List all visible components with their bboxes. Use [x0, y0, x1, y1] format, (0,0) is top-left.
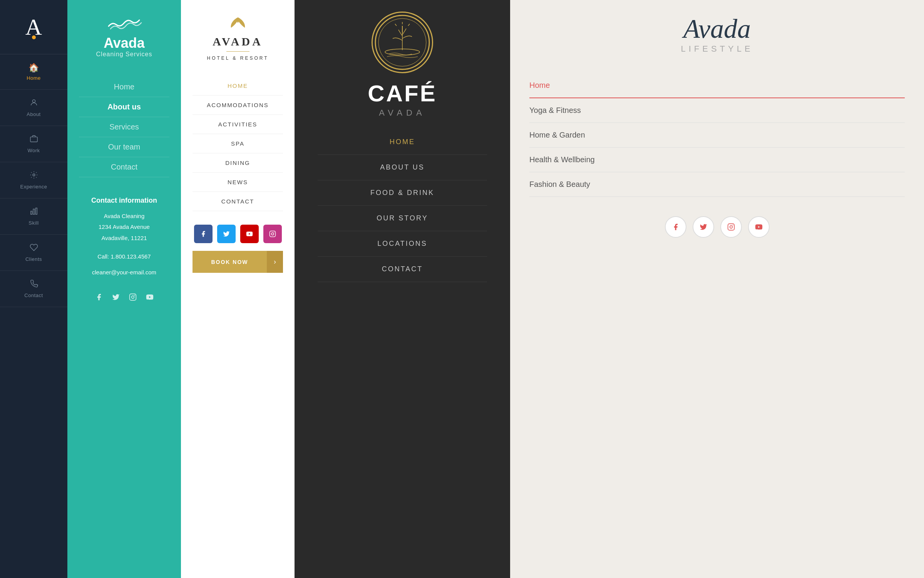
lifestyle-nav-health[interactable]: Health & Wellbeing — [529, 148, 905, 172]
cafe-nav: HOME ABOUT US FOOD & DRINK OUR STORY LOC… — [318, 129, 487, 282]
sidebar-item-clients[interactable]: Clients — [0, 235, 67, 271]
cafe-name-line1: CAFÉ — [368, 81, 437, 106]
hotel-youtube-btn[interactable] — [240, 225, 259, 243]
cafe-nav-home[interactable]: HOME — [318, 129, 487, 155]
facebook-icon[interactable] — [95, 293, 103, 303]
wave-icon — [105, 15, 143, 32]
lifestyle-brand-script: Avada — [681, 15, 753, 42]
svg-point-13 — [274, 232, 275, 233]
hotel-social — [194, 225, 282, 243]
lifestyle-social — [665, 216, 770, 238]
lifestyle-facebook-btn[interactable] — [665, 216, 686, 238]
hotel-panel: AVADA HOTEL & RESORT HOME ACOMMODATIONS … — [181, 0, 295, 578]
contact-icon — [30, 279, 38, 290]
hotel-facebook-btn[interactable] — [194, 225, 213, 243]
svg-point-2 — [33, 174, 35, 176]
hotel-twitter-btn[interactable] — [217, 225, 236, 243]
about-icon — [30, 98, 38, 109]
clients-icon — [30, 243, 38, 254]
sidebar-item-label: Experience — [20, 184, 47, 190]
svg-point-0 — [32, 100, 35, 102]
svg-point-8 — [134, 295, 135, 296]
cleaning-nav-about[interactable]: About us — [79, 97, 169, 117]
svg-point-12 — [271, 233, 274, 235]
cleaning-nav-contact[interactable]: Contact — [79, 157, 169, 177]
cleaning-panel: Avada Cleaning Services Home About us Se… — [67, 0, 181, 578]
svg-rect-6 — [129, 294, 136, 301]
svg-rect-3 — [30, 211, 32, 214]
cafe-nav-locations[interactable]: LOCATIONS — [318, 231, 487, 257]
svg-point-7 — [131, 296, 134, 299]
skill-icon — [30, 207, 38, 218]
lifestyle-nav-fashion[interactable]: Fashion & Beauty — [529, 172, 905, 197]
cafe-nav-food[interactable]: FOOD & DRINK — [318, 180, 487, 206]
cafe-nav-contact[interactable]: CONTACT — [318, 257, 487, 282]
lifestyle-youtube-btn[interactable] — [748, 216, 770, 238]
sidebar-item-label: Clients — [25, 256, 42, 262]
hotel-leaf-icon — [226, 15, 249, 34]
lifestyle-nav-garden[interactable]: Home & Garden — [529, 123, 905, 148]
sidebar-item-label: About — [27, 111, 40, 117]
lifestyle-nav-yoga[interactable]: Yoga & Fitness — [529, 98, 905, 123]
cleaning-brand-name: Avada — [104, 35, 145, 51]
cleaning-nav-services[interactable]: Services — [79, 117, 169, 137]
cafe-logo-circle — [372, 12, 433, 73]
svg-rect-1 — [30, 137, 37, 142]
sidebar-item-skill[interactable]: Skill — [0, 198, 67, 235]
svg-point-18 — [730, 226, 732, 229]
lifestyle-instagram-btn[interactable] — [720, 216, 742, 238]
book-now-arrow-button[interactable]: › — [267, 251, 283, 273]
instagram-icon[interactable] — [129, 293, 137, 303]
hotel-nav-news[interactable]: NEWS — [192, 173, 283, 192]
hotel-nav-activities[interactable]: ACTIVITIES — [192, 115, 283, 134]
cafe-nav-about[interactable]: ABOUT US — [318, 155, 487, 180]
cleaning-nav: Home About us Services Our team Contact — [79, 77, 169, 177]
contact-address: Avada Cleaning 1234 Avada Avenue Avadavi… — [91, 211, 157, 244]
svg-rect-4 — [33, 209, 35, 215]
sidebar-item-about[interactable]: About — [0, 90, 67, 126]
cleaning-nav-home[interactable]: Home — [79, 77, 169, 97]
twitter-icon[interactable] — [112, 293, 120, 303]
sidebar-panel: A 🏠 Home About Work Experience Skill Cl — [0, 0, 67, 578]
svg-rect-17 — [728, 224, 734, 230]
youtube-icon[interactable] — [146, 293, 154, 303]
sidebar-item-contact[interactable]: Contact — [0, 271, 67, 307]
hotel-nav-contact[interactable]: CONTACT — [192, 192, 283, 211]
book-now-container: BOOK NOW › — [192, 251, 283, 273]
hotel-nav: HOME ACOMMODATIONS ACTIVITIES SPA DINING… — [192, 76, 283, 211]
lifestyle-nav-home[interactable]: Home — [529, 73, 905, 98]
book-now-button[interactable]: BOOK NOW — [192, 251, 267, 273]
hotel-instagram-btn[interactable] — [263, 225, 282, 243]
contact-phone: Call: 1.800.123.4567 — [91, 251, 157, 262]
work-icon — [30, 134, 38, 145]
sidebar-item-work[interactable]: Work — [0, 126, 67, 162]
cafe-panel: CAFÉ AVADA HOME ABOUT US FOOD & DRINK OU… — [295, 0, 510, 578]
hotel-brand-name: AVADA — [213, 35, 263, 48]
hotel-nav-dining[interactable]: DINING — [192, 153, 283, 173]
sidebar-item-home[interactable]: 🏠 Home — [0, 54, 67, 90]
sidebar-item-label: Skill — [28, 220, 38, 226]
svg-rect-11 — [270, 231, 275, 237]
cafe-brand: CAFÉ AVADA — [368, 81, 437, 118]
lifestyle-panel: Avada LIFESTYLE Home Yoga & Fitness Home… — [510, 0, 924, 578]
cleaning-nav-team[interactable]: Our team — [79, 137, 169, 157]
lifestyle-brand-text: LIFESTYLE — [681, 44, 753, 54]
hotel-nav-spa[interactable]: SPA — [192, 134, 283, 153]
hotel-brand-sub: HOTEL & RESORT — [207, 55, 268, 61]
experience-icon — [30, 171, 38, 181]
sidebar-item-label: Home — [27, 75, 41, 81]
sidebar-logo: A — [18, 12, 49, 42]
contact-info-block: Contact information Avada Cleaning 1234 … — [91, 197, 157, 278]
lifestyle-twitter-btn[interactable] — [693, 216, 714, 238]
hotel-divider — [226, 51, 249, 52]
hotel-nav-home[interactable]: HOME — [192, 76, 283, 96]
logo-dot — [32, 35, 36, 39]
sidebar-item-experience[interactable]: Experience — [0, 162, 67, 198]
cafe-name-line2: AVADA — [368, 108, 437, 118]
cafe-nav-story[interactable]: OUR STORY — [318, 206, 487, 231]
logo-letter: A — [25, 15, 42, 39]
hotel-nav-accommodations[interactable]: ACOMMODATIONS — [192, 96, 283, 115]
sidebar-item-label: Contact — [24, 292, 43, 298]
svg-point-19 — [732, 225, 733, 226]
home-icon: 🏠 — [28, 63, 39, 73]
